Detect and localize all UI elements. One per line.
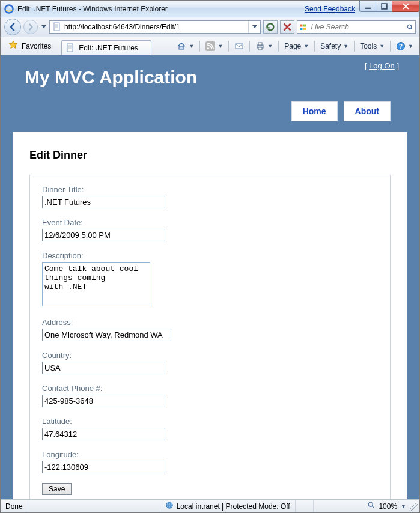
tab-title: Edit: .NET Futures [79, 44, 138, 52]
close-button[interactable] [392, 1, 419, 12]
chevron-down-icon: ▼ [343, 43, 348, 49]
address-bar [49, 20, 261, 34]
label-longitude: Longitude: [42, 450, 378, 459]
label-event-date: Event Date: [42, 218, 378, 227]
search-input[interactable] [309, 23, 404, 31]
window-titlebar: Edit: .NET Futures - Windows Internet Ex… [1, 1, 419, 17]
nav-about[interactable]: About [344, 101, 391, 121]
status-bar: Done Local intranet | Protected Mode: Of… [1, 499, 419, 512]
stop-button[interactable] [280, 20, 294, 34]
svg-point-8 [407, 25, 411, 28]
main-content: Edit Dinner Dinner Title: Event Date: De… [13, 132, 407, 499]
chevron-down-icon: ▼ [218, 43, 223, 49]
svg-rect-16 [258, 47, 262, 50]
send-feedback-link[interactable]: Send Feedback [305, 5, 355, 13]
help-menu[interactable]: ?▼ [392, 39, 417, 53]
page-viewport: [ Log On ] My MVC Application Home About… [1, 55, 419, 499]
separator [199, 41, 200, 52]
print-menu[interactable]: ▼ [252, 39, 276, 53]
url-input[interactable] [64, 23, 248, 31]
command-bar-right: ▼ ▼ ▼ Page▼ Safety▼ Tools▼ ?▼ [173, 39, 417, 53]
svg-rect-15 [258, 43, 262, 45]
window-title: Edit: .NET Futures - Windows Internet Ex… [17, 5, 305, 13]
svg-rect-10 [179, 46, 184, 49]
label-description: Description: [42, 251, 378, 260]
app-title: My MVC Application [25, 67, 403, 88]
logon-area: [ Log On ] [365, 61, 399, 70]
label-title: Dinner Title: [42, 185, 378, 194]
chevron-down-icon: ▼ [401, 503, 406, 509]
feeds-menu[interactable]: ▼ [202, 39, 227, 53]
ie-logo-icon [4, 4, 14, 14]
input-event-date[interactable] [42, 229, 165, 241]
star-icon [8, 40, 18, 52]
tab-page-icon [65, 43, 75, 53]
separator [390, 41, 391, 52]
read-mail-button[interactable] [231, 39, 248, 53]
page-heading: Edit Dinner [29, 149, 391, 162]
svg-rect-2 [382, 4, 387, 9]
svg-rect-1 [365, 7, 371, 8]
chevron-down-icon: ▼ [267, 43, 273, 49]
edit-form: Dinner Title: Event Date: Description: A… [29, 175, 391, 499]
forward-button[interactable] [23, 20, 38, 34]
favorites-button[interactable]: Favorites [3, 39, 56, 53]
input-country[interactable] [42, 362, 165, 374]
label-country: Country: [42, 351, 378, 360]
svg-text:?: ? [399, 43, 403, 50]
status-zone: Local intranet | Protected Mode: Off [160, 500, 296, 512]
site-nav: Home About [17, 101, 403, 121]
site-header: [ Log On ] My MVC Application Home About [8, 55, 412, 127]
back-button[interactable] [4, 19, 21, 35]
save-button[interactable]: Save [42, 483, 72, 495]
search-provider-icon [299, 22, 307, 32]
page-menu[interactable]: Page▼ [281, 39, 312, 53]
input-address[interactable] [42, 329, 171, 341]
chevron-down-icon: ▼ [303, 43, 309, 49]
nav-home[interactable]: Home [291, 101, 338, 121]
chevron-down-icon: ▼ [189, 43, 194, 49]
input-description[interactable] [42, 262, 150, 306]
label-latitude: Latitude: [42, 417, 378, 426]
internet-zone-icon [165, 501, 174, 511]
tools-menu[interactable]: Tools▼ [356, 39, 388, 53]
address-dropdown[interactable] [248, 21, 260, 33]
input-title[interactable] [42, 196, 165, 208]
label-address: Address: [42, 318, 378, 327]
svg-rect-4 [300, 24, 303, 26]
chevron-down-icon: ▼ [408, 43, 413, 49]
svg-point-0 [5, 5, 13, 13]
separator [314, 41, 315, 52]
resize-grip[interactable] [410, 503, 418, 511]
favorites-label: Favorites [22, 42, 51, 50]
chevron-down-icon: ▼ [379, 43, 385, 49]
search-box [297, 20, 416, 34]
svg-point-20 [369, 502, 373, 506]
safety-menu[interactable]: Safety▼ [317, 39, 352, 53]
label-phone: Contact Phone #: [42, 384, 378, 393]
input-longitude[interactable] [42, 461, 165, 473]
refresh-button[interactable] [263, 20, 278, 34]
nav-history-dropdown[interactable] [40, 21, 47, 33]
window-controls [360, 1, 419, 12]
svg-rect-6 [300, 28, 303, 30]
zoom-control[interactable]: 100% ▼ [362, 501, 411, 511]
status-done: Done [1, 500, 28, 512]
svg-point-12 [207, 47, 209, 49]
search-go-icon[interactable] [406, 22, 414, 32]
home-menu[interactable]: ▼ [173, 39, 198, 53]
separator [354, 41, 355, 52]
maximize-button[interactable] [376, 1, 392, 12]
input-latitude[interactable] [42, 428, 165, 440]
separator [249, 41, 250, 52]
svg-rect-5 [303, 24, 306, 26]
separator [278, 41, 279, 52]
input-phone[interactable] [42, 395, 165, 407]
browser-tab[interactable]: Edit: .NET Futures [61, 40, 151, 55]
navigation-bar [1, 17, 419, 37]
separator [228, 41, 229, 52]
logon-link[interactable]: Log On [369, 61, 395, 70]
page-icon [52, 22, 62, 32]
zoom-icon [367, 501, 376, 511]
minimize-button[interactable] [359, 1, 376, 12]
